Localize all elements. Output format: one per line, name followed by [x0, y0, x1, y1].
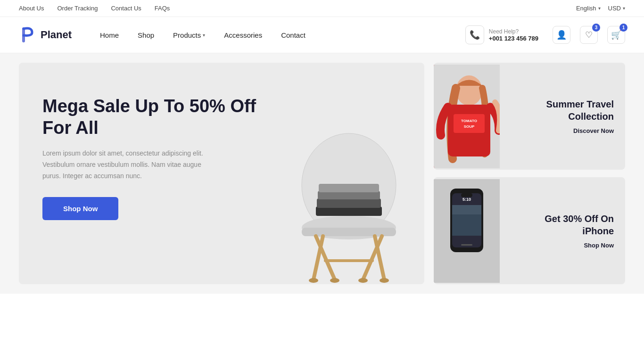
top-bar-right: English ▾ USD ▾ [576, 5, 625, 12]
side-banners: TOMATO SOUP Summer Travel Collection Dis… [434, 63, 625, 284]
svg-point-14 [330, 278, 339, 283]
chair-illustration [288, 82, 410, 284]
discover-now-link[interactable]: Discover Now [511, 127, 614, 134]
logo-icon [19, 26, 37, 44]
cart-button[interactable]: 🛒 1 [607, 26, 625, 44]
about-us-link[interactable]: About Us [19, 5, 44, 12]
svg-rect-19 [454, 114, 485, 133]
shop-now-button[interactable]: Shop Now [42, 197, 118, 220]
main-header: Planet Home Shop Products ▾ Accessories … [0, 17, 644, 53]
main-banner-description: Lorem ipsum dolor sit amet, consectetur … [42, 148, 212, 181]
faqs-link[interactable]: FAQs [155, 5, 170, 12]
svg-rect-27 [461, 193, 472, 197]
language-label: English [576, 5, 596, 12]
cart-badge: 1 [619, 24, 627, 32]
hero-section: Mega Sale Up To 50% Off For All Lorem ip… [0, 53, 644, 294]
account-icon: 👤 [556, 30, 567, 40]
wishlist-button[interactable]: ♡ 3 [580, 26, 598, 44]
svg-rect-29 [461, 244, 472, 246]
iphone-content: Get 30% Off On iPhone Shop Now [500, 203, 625, 258]
logo-link[interactable]: Planet [19, 26, 72, 44]
svg-point-12 [309, 278, 318, 283]
contact-us-link[interactable]: Contact Us [111, 5, 141, 12]
svg-rect-26 [452, 214, 481, 236]
nav-accessories[interactable]: Accessories [224, 31, 262, 39]
account-button[interactable]: 👤 [553, 26, 570, 44]
main-banner-content: Mega Sale Up To 50% Off For All Lorem ip… [42, 96, 269, 220]
language-chevron-icon: ▾ [598, 6, 601, 11]
iphone-shop-now-link[interactable]: Shop Now [511, 242, 614, 249]
iphone-image: 5:10 [434, 179, 500, 283]
header-right: 📞 Need Help? +001 123 456 789 👤 ♡ 3 🛒 1 [465, 25, 625, 44]
iphone-banner: 5:10 Get 30% Off On iPhone Shop Now [434, 177, 625, 284]
products-chevron-icon: ▾ [203, 33, 205, 38]
nav-contact[interactable]: Contact [281, 31, 305, 39]
heart-icon: ♡ [585, 30, 593, 40]
language-selector[interactable]: English ▾ [576, 5, 601, 12]
help-phone: +001 123 456 789 [489, 35, 538, 42]
svg-rect-5 [319, 184, 379, 192]
currency-label: USD [608, 5, 621, 12]
svg-text:TOMATO: TOMATO [461, 119, 477, 123]
help-label: Need Help? [489, 28, 538, 35]
summer-collection-banner: TOMATO SOUP Summer Travel Collection Dis… [434, 63, 625, 170]
cart-icon: 🛒 [611, 30, 621, 40]
help-section: 📞 Need Help? +001 123 456 789 [465, 25, 538, 44]
svg-rect-3 [317, 198, 381, 208]
svg-text:SOUP: SOUP [464, 124, 475, 129]
order-tracking-link[interactable]: Order Tracking [57, 5, 98, 12]
nav-home[interactable]: Home [100, 31, 119, 39]
top-bar-links: About Us Order Tracking Contact Us FAQs [19, 5, 170, 12]
main-nav: Home Shop Products ▾ Accessories Contact [100, 31, 465, 39]
summer-collection-title: Summer Travel Collection [511, 98, 614, 123]
svg-point-13 [380, 278, 389, 283]
help-info: Need Help? +001 123 456 789 [489, 28, 538, 42]
main-banner: Mega Sale Up To 50% Off For All Lorem ip… [19, 63, 424, 284]
summer-collection-content: Summer Travel Collection Discover Now [500, 89, 625, 144]
svg-text:5:10: 5:10 [462, 197, 471, 202]
main-banner-title: Mega Sale Up To 50% Off For All [42, 96, 269, 139]
summer-collection-image: TOMATO SOUP [434, 65, 500, 168]
nav-shop[interactable]: Shop [138, 31, 154, 39]
nav-products[interactable]: Products ▾ [173, 31, 205, 39]
wishlist-badge: 3 [592, 24, 600, 32]
currency-selector[interactable]: USD ▾ [608, 5, 625, 12]
phone-icon: 📞 [465, 25, 484, 44]
top-bar: About Us Order Tracking Contact Us FAQs … [0, 0, 644, 17]
logo-text: Planet [41, 29, 72, 41]
iphone-title: Get 30% Off On iPhone [511, 213, 614, 237]
currency-chevron-icon: ▾ [623, 6, 625, 11]
svg-point-15 [358, 278, 368, 283]
